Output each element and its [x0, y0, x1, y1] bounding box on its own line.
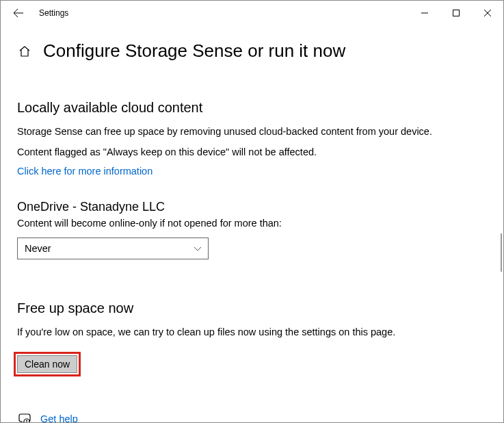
get-help-link[interactable]: Get help — [40, 413, 78, 423]
select-value: Never — [25, 243, 193, 254]
freeup-section-heading: Free up space now — [17, 300, 487, 316]
home-icon — [18, 44, 31, 58]
svg-rect-0 — [453, 10, 460, 16]
window-title: Settings — [39, 8, 68, 18]
freeup-desc: If you're low on space, we can try to cl… — [17, 326, 487, 339]
page-title: Configure Storage Sense or run it now — [43, 40, 345, 62]
arrow-left-icon — [13, 8, 24, 18]
onedrive-account-heading: OneDrive - Stanadyne LLC — [17, 200, 487, 214]
close-button[interactable] — [472, 2, 503, 24]
cloud-desc-1: Storage Sense can free up space by remov… — [17, 125, 487, 139]
get-help-icon — [17, 411, 32, 423]
clean-now-button[interactable]: Clean now — [17, 355, 77, 373]
titlebar: Settings — [1, 1, 503, 25]
more-info-link[interactable]: Click here for more information — [17, 166, 152, 177]
onedrive-duration-select[interactable]: Never — [17, 238, 209, 259]
maximize-button[interactable] — [440, 2, 472, 24]
back-button[interactable] — [8, 2, 29, 24]
help-row: Get help — [17, 411, 487, 423]
onedrive-account-desc: Content will become online-only if not o… — [17, 217, 487, 231]
content-area: Locally available cloud content Storage … — [1, 100, 503, 423]
window-controls — [409, 2, 503, 24]
minimize-button[interactable] — [409, 2, 440, 24]
svg-point-1 — [24, 419, 29, 423]
chevron-down-icon — [193, 244, 202, 253]
page-header: Configure Storage Sense or run it now — [1, 25, 503, 68]
close-icon — [484, 10, 491, 16]
home-button[interactable] — [17, 44, 32, 59]
maximize-icon — [453, 10, 460, 16]
scrollbar-thumb[interactable] — [501, 233, 502, 272]
minimize-icon — [421, 10, 428, 16]
chat-bubble-icon — [18, 412, 31, 423]
cloud-section-heading: Locally available cloud content — [17, 100, 487, 116]
cloud-desc-2: Content flagged as "Always keep on this … — [17, 146, 487, 159]
